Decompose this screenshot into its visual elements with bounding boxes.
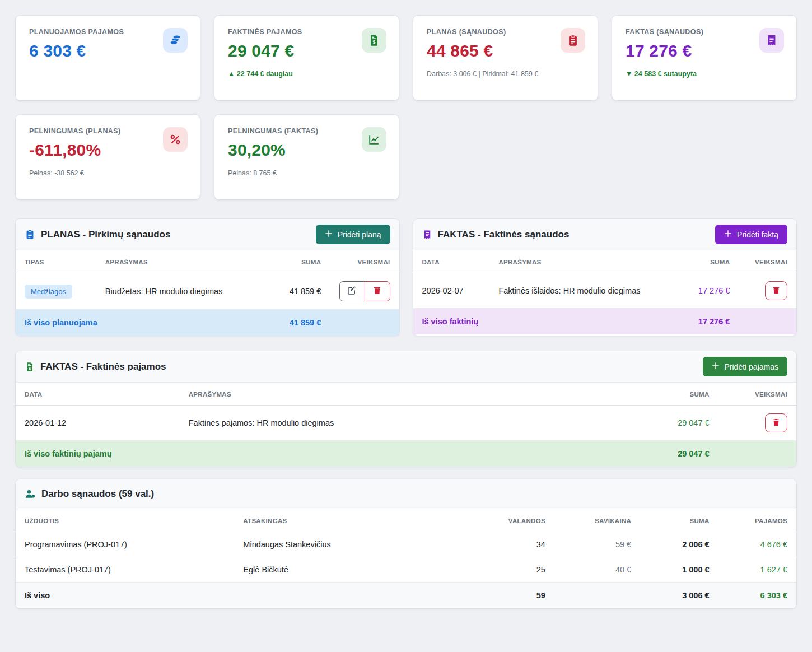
aprasymas-cell: Faktinės išlaidos: HR modulio diegimas bbox=[489, 273, 670, 309]
kpi-card-faktas-sanaudos: FAKTAS (SĄNAUDOS) 17 276 € ▼ 24 583 € su… bbox=[612, 16, 796, 100]
planas-total-value: 41 859 € bbox=[257, 310, 330, 336]
darbo-row-2: Testavimas (PROJ-017) Eglė Bičkutė 25 40… bbox=[16, 557, 796, 583]
faktas-sanaudos-table: DATA APRAŠYMAS SUMA VEIKSMAI 2026-02-07 … bbox=[413, 250, 797, 334]
faktas-sanaudos-card-title: FAKTAS - Faktinės sąnaudos bbox=[422, 229, 570, 240]
valandos-cell: 34 bbox=[469, 532, 554, 557]
column-header-tipas: TIPAS bbox=[16, 250, 96, 273]
planas-total-row: Iš viso planuojama 41 859 € bbox=[16, 310, 399, 336]
darbo-title-text: Darbo sąnaudos (59 val.) bbox=[41, 488, 154, 500]
add-income-button-label: Pridėti pajamas bbox=[725, 362, 779, 371]
faktas-pajamos-title-text: FAKTAS - Faktinės pajamos bbox=[40, 361, 166, 372]
column-header-uzduotis: UŽDUOTIS bbox=[16, 509, 234, 532]
column-header-atsakingas: ATSAKINGAS bbox=[234, 509, 468, 532]
column-header-savikaina: SAVIKAINA bbox=[554, 509, 640, 532]
delete-button[interactable] bbox=[765, 281, 787, 300]
faktas-pajamos-card: $ FAKTAS - Faktinės pajamos Pridėti paja… bbox=[16, 351, 796, 467]
column-header-veiksmai: VEIKSMAI bbox=[739, 250, 796, 273]
edit-button[interactable] bbox=[339, 281, 365, 301]
darbo-table: UŽDUOTIS ATSAKINGAS VALANDOS SAVIKAINA S… bbox=[16, 509, 796, 608]
kpi-row-1: PLANUOJAMOS PAJAMOS 6 303 € FAKTINĖS PAJ… bbox=[16, 16, 796, 100]
suma-cell: 1 000 € bbox=[640, 557, 718, 583]
delete-button[interactable] bbox=[765, 413, 787, 432]
faktas-sanaudos-total-row: Iš viso faktinių 17 276 € bbox=[413, 309, 797, 335]
faktas-sanaudos-card-header: FAKTAS - Faktinės sąnaudos Pridėti faktą bbox=[413, 219, 797, 250]
faktas-sanaudos-header-row: DATA APRAŠYMAS SUMA VEIKSMAI bbox=[413, 250, 797, 273]
row-actions bbox=[339, 281, 390, 301]
darbo-total-suma: 3 006 € bbox=[640, 583, 718, 609]
kpi-subtitle: ▼ 24 583 € sutaupyta bbox=[626, 70, 783, 78]
planas-card: PLANAS - Pirkimų sąnaudos Pridėti planą … bbox=[16, 219, 399, 336]
empty-cell bbox=[554, 583, 640, 609]
darbo-header-row: UŽDUOTIS ATSAKINGAS VALANDOS SAVIKAINA S… bbox=[16, 509, 796, 532]
darbo-sanaudos-card: Darbo sąnaudos (59 val.) UŽDUOTIS ATSAKI… bbox=[16, 479, 796, 608]
trash-icon bbox=[772, 286, 780, 296]
clipboard-icon bbox=[561, 28, 585, 53]
add-plan-button[interactable]: Pridėti planą bbox=[316, 225, 390, 244]
suma-cell: 41 859 € bbox=[257, 273, 330, 310]
kpi-subtitle: ▲ 22 744 € daugiau bbox=[228, 70, 385, 78]
kpi-card-pelningumas-faktas: PELNINGUMAS (FAKTAS) 30,20% Pelnas: 8 76… bbox=[214, 115, 399, 199]
kpi-subtitle: Pelnas: 8 765 € bbox=[228, 169, 385, 177]
delete-button[interactable] bbox=[365, 281, 390, 301]
add-fact-button[interactable]: Pridėti faktą bbox=[715, 225, 787, 244]
column-header-suma: SUMA bbox=[257, 250, 330, 273]
faktas-pajamos-total-value: 29 047 € bbox=[609, 441, 718, 467]
savikaina-cell: 59 € bbox=[554, 532, 640, 557]
faktas-sanaudos-card: FAKTAS - Faktinės sąnaudos Pridėti faktą… bbox=[413, 219, 797, 336]
actions-cell bbox=[739, 273, 796, 309]
kpi-row-2: PELNINGUMAS (PLANAS) -611,80% Pelnas: -3… bbox=[16, 115, 796, 199]
svg-text:$: $ bbox=[29, 366, 31, 370]
column-header-data: DATA bbox=[16, 383, 180, 406]
kpi-subtitle: Darbas: 3 006 € | Pirkimai: 41 859 € bbox=[427, 70, 584, 78]
column-header-veiksmai: VEIKSMAI bbox=[330, 250, 399, 273]
percent-icon bbox=[163, 127, 188, 152]
data-cell: 2026-02-07 bbox=[413, 273, 490, 309]
planas-card-title: PLANAS - Pirkimų sąnaudos bbox=[25, 229, 170, 240]
planas-total-label: Iš viso planuojama bbox=[16, 310, 257, 336]
uzduotis-cell: Testavimas (PROJ-017) bbox=[16, 557, 234, 583]
suma-cell: 29 047 € bbox=[609, 406, 718, 441]
actions-cell bbox=[718, 406, 796, 441]
kpi-card-pelningumas-planas: PELNINGUMAS (PLANAS) -611,80% Pelnas: -3… bbox=[16, 115, 200, 199]
tipas-cell: Medžiagos bbox=[16, 273, 96, 310]
faktas-sanaudos-total-label: Iš viso faktinių bbox=[413, 309, 670, 335]
receipt-icon bbox=[422, 230, 432, 240]
aprasymas-cell: Biudžetas: HR modulio diegimas bbox=[96, 273, 257, 310]
column-header-suma: SUMA bbox=[640, 509, 718, 532]
faktas-sanaudos-row: 2026-02-07 Faktinės išlaidos: HR modulio… bbox=[413, 273, 797, 309]
file-invoice-dollar-icon: $ bbox=[25, 362, 35, 372]
trash-icon bbox=[373, 286, 381, 296]
add-income-button[interactable]: Pridėti pajamas bbox=[703, 357, 788, 376]
trash-icon bbox=[772, 418, 780, 428]
pajamos-cell: 4 676 € bbox=[718, 532, 796, 557]
empty-cell bbox=[739, 309, 796, 335]
data-cell: 2026-01-12 bbox=[16, 406, 180, 441]
planas-table-row: Medžiagos Biudžetas: HR modulio diegimas… bbox=[16, 273, 399, 310]
atsakingas-cell: Eglė Bičkutė bbox=[234, 557, 468, 583]
planas-card-header: PLANAS - Pirkimų sąnaudos Pridėti planą bbox=[16, 219, 399, 250]
faktas-sanaudos-total-value: 17 276 € bbox=[670, 309, 739, 335]
kpi-card-faktines-pajamos: FAKTINĖS PAJAMOS 29 047 € ▲ 22 744 € dau… bbox=[214, 16, 399, 100]
darbo-total-row: Iš viso 59 3 006 € 6 303 € bbox=[16, 583, 796, 609]
plan-fact-tables: PLANAS - Pirkimų sąnaudos Pridėti planą … bbox=[16, 219, 796, 336]
column-header-valandos: VALANDOS bbox=[469, 509, 554, 532]
darbo-total-valandos: 59 bbox=[469, 583, 554, 609]
plus-icon bbox=[325, 230, 333, 239]
kpi-card-planas-sanaudos: PLANAS (SĄNAUDOS) 44 865 € Darbas: 3 006… bbox=[413, 16, 598, 100]
svg-text:$: $ bbox=[373, 39, 376, 45]
faktas-pajamos-card-header: $ FAKTAS - Faktinės pajamos Pridėti paja… bbox=[16, 351, 796, 383]
empty-cell bbox=[330, 310, 399, 336]
pajamos-cell: 1 627 € bbox=[718, 557, 796, 583]
suma-cell: 2 006 € bbox=[640, 532, 718, 557]
faktas-pajamos-total-label: Iš viso faktinių pajamų bbox=[16, 441, 609, 467]
tipas-badge: Medžiagos bbox=[25, 285, 72, 299]
savikaina-cell: 40 € bbox=[554, 557, 640, 583]
darbo-card-header: Darbo sąnaudos (59 val.) bbox=[16, 479, 796, 509]
column-header-aprasymas: APRAŠYMAS bbox=[489, 250, 670, 273]
uzduotis-cell: Programavimas (PROJ-017) bbox=[16, 532, 234, 557]
column-header-data: DATA bbox=[413, 250, 490, 273]
clipboard-icon bbox=[25, 229, 35, 240]
column-header-aprasymas: APRAŠYMAS bbox=[180, 383, 609, 406]
valandos-cell: 25 bbox=[469, 557, 554, 583]
faktas-sanaudos-title-text: FAKTAS - Faktinės sąnaudos bbox=[438, 229, 570, 240]
